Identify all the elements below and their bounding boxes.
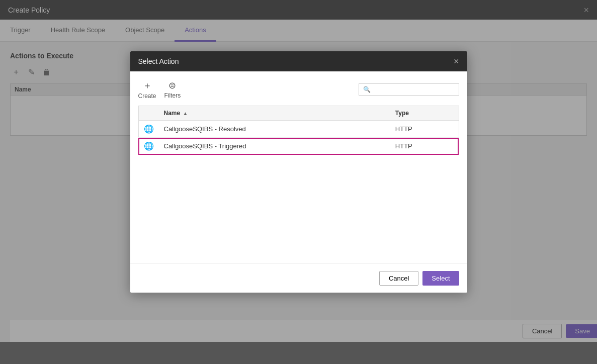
icon-col-header xyxy=(138,106,159,121)
create-label: Create xyxy=(138,93,156,100)
row-type-cell: HTTP xyxy=(390,121,459,138)
table-empty-area xyxy=(138,155,459,255)
filters-icon: ⊜ xyxy=(168,80,176,91)
search-box: 🔍 xyxy=(359,83,459,96)
table-header-row: Name ▲ Type xyxy=(138,106,459,121)
sort-icon: ▲ xyxy=(183,111,188,116)
create-action-button[interactable]: ＋ Create xyxy=(138,79,156,100)
create-icon: ＋ xyxy=(143,79,152,92)
row-type-cell: HTTP xyxy=(390,138,459,155)
filters-button[interactable]: ⊜ Filters xyxy=(164,80,181,99)
modal-cancel-button[interactable]: Cancel xyxy=(379,271,418,286)
globe-icon: 🌐 xyxy=(144,125,154,133)
type-col-header: Type xyxy=(390,106,459,121)
name-col-header: Name ▲ xyxy=(159,106,390,121)
modal-header: Select Action × xyxy=(130,51,467,71)
filters-label: Filters xyxy=(164,92,181,99)
modal-title: Select Action xyxy=(138,57,179,65)
action-table: Name ▲ Type 🌐 CallgooseSQ xyxy=(138,106,459,155)
row-icon-cell: 🌐 xyxy=(138,138,159,155)
table-row[interactable]: 🌐 CallgooseSQIBS - Triggered HTTP xyxy=(138,138,459,155)
modal-close-button[interactable]: × xyxy=(454,56,459,67)
row-icon-cell: 🌐 xyxy=(138,121,159,138)
globe-icon: 🌐 xyxy=(144,142,154,150)
search-icon: 🔍 xyxy=(363,86,371,93)
row-name-cell: CallgooseSQIBS - Triggered xyxy=(159,138,390,155)
modal-footer: Cancel Select xyxy=(130,263,467,293)
modal-toolbar: ＋ Create ⊜ Filters 🔍 xyxy=(138,79,459,100)
modal-select-button[interactable]: Select xyxy=(422,271,459,286)
table-row[interactable]: 🌐 CallgooseSQIBS - Resolved HTTP xyxy=(138,121,459,138)
row-name-cell: CallgooseSQIBS - Resolved xyxy=(159,121,390,138)
search-input[interactable] xyxy=(373,86,455,93)
select-action-modal: Select Action × ＋ Create ⊜ Filters 🔍 xyxy=(130,51,467,293)
modal-overlay: Select Action × ＋ Create ⊜ Filters 🔍 xyxy=(0,0,597,364)
modal-body: ＋ Create ⊜ Filters 🔍 xyxy=(130,71,467,263)
